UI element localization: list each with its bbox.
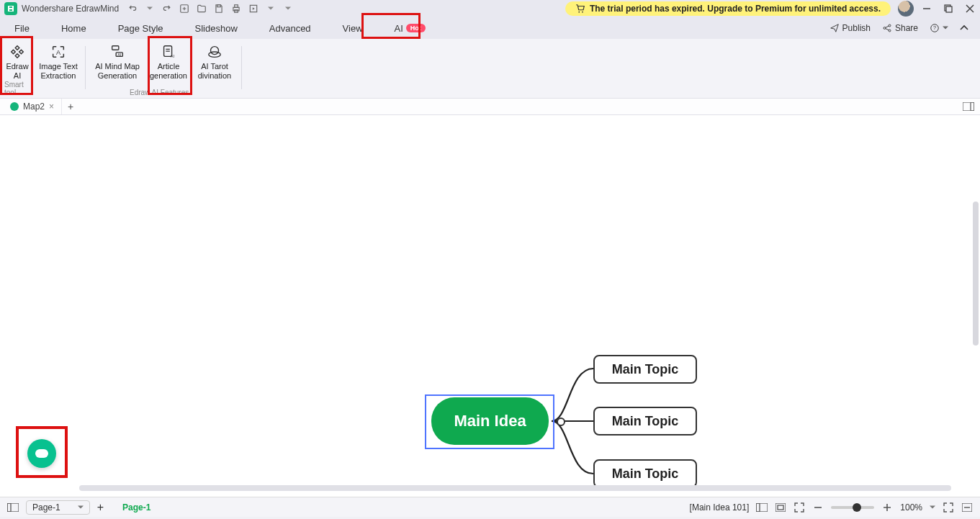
cart-icon bbox=[575, 4, 585, 14]
document-tab-label: Map2 bbox=[23, 101, 45, 112]
export-dropdown[interactable] bbox=[264, 2, 277, 15]
add-page-button[interactable]: + bbox=[97, 501, 104, 514]
root-expand-handle[interactable] bbox=[557, 418, 565, 426]
svg-rect-26 bbox=[7, 503, 11, 512]
app-title: Wondershare EdrawMind bbox=[22, 4, 119, 14]
title-bar: Wondershare EdrawMind The trial period h… bbox=[0, 0, 980, 17]
svg-rect-16 bbox=[112, 46, 119, 50]
image-text-extraction-button[interactable]: A Image TextExtraction bbox=[35, 43, 81, 81]
app-logo bbox=[4, 2, 17, 15]
map-icon bbox=[10, 102, 19, 111]
ribbon-group-label-1: Smart tool bbox=[4, 81, 35, 96]
mindmap-connectors bbox=[547, 354, 598, 488]
topic-node-2[interactable]: Main Topic bbox=[593, 407, 697, 435]
menu-advanced[interactable]: Advanced bbox=[269, 23, 311, 34]
chevron-up-icon bbox=[960, 24, 968, 32]
menu-page-style[interactable]: Page Style bbox=[118, 23, 163, 34]
horizontal-scrollbar[interactable] bbox=[79, 485, 951, 491]
menu-home[interactable]: Home bbox=[61, 23, 86, 34]
maximize-button[interactable] bbox=[943, 3, 954, 14]
svg-rect-27 bbox=[756, 503, 768, 512]
chevron-down-icon bbox=[930, 505, 935, 510]
open-button[interactable] bbox=[195, 2, 208, 15]
save-button[interactable] bbox=[212, 2, 225, 15]
new-button[interactable] bbox=[178, 2, 191, 15]
svg-rect-9 bbox=[946, 6, 952, 12]
help-button[interactable]: ? bbox=[930, 23, 948, 33]
image-text-extraction-icon: A bbox=[50, 43, 67, 60]
close-tab-button[interactable]: × bbox=[49, 101, 54, 112]
zoom-slider-knob[interactable] bbox=[853, 503, 861, 512]
svg-rect-3 bbox=[235, 5, 238, 8]
menu-bar: File Home Page Style Slideshow Advanced … bbox=[0, 17, 980, 39]
svg-rect-28 bbox=[756, 503, 760, 512]
svg-text:AI: AI bbox=[117, 53, 122, 57]
document-tab-bar: Map2 × + bbox=[0, 98, 980, 115]
minimize-panel-button[interactable] bbox=[961, 502, 973, 513]
hot-badge: Hot bbox=[406, 24, 426, 32]
view-mode-1[interactable] bbox=[756, 502, 768, 513]
ai-tarot-divination-button[interactable]: AI Tarotdivination bbox=[192, 43, 238, 81]
svg-point-6 bbox=[578, 12, 580, 13]
publish-icon bbox=[830, 23, 840, 33]
undo-dropdown[interactable] bbox=[143, 2, 156, 15]
zoom-out-button[interactable] bbox=[812, 502, 824, 513]
add-tab-button[interactable]: + bbox=[62, 101, 79, 112]
share-label: Share bbox=[895, 23, 918, 33]
page-selector[interactable]: Page-1 bbox=[26, 500, 90, 515]
topic-node-1[interactable]: Main Topic bbox=[593, 355, 697, 384]
quick-access-toolbar bbox=[126, 2, 295, 15]
menu-view[interactable]: View bbox=[343, 23, 363, 34]
ai-mindmap-icon: AI bbox=[109, 43, 126, 60]
root-node[interactable]: Main Idea bbox=[431, 397, 549, 445]
minimize-button[interactable] bbox=[921, 3, 932, 14]
close-button[interactable] bbox=[964, 3, 976, 14]
ribbon: EdrawAI Smart tool A Image TextExtractio… bbox=[0, 39, 980, 98]
menu-ai[interactable]: AI Hot bbox=[395, 23, 426, 34]
ai-mind-map-generation-button[interactable]: AI AI Mind MapGeneration bbox=[89, 43, 146, 81]
vertical-scrollbar[interactable] bbox=[973, 202, 979, 346]
svg-point-7 bbox=[582, 12, 583, 13]
redo-button[interactable] bbox=[161, 2, 174, 15]
publish-label: Publish bbox=[842, 23, 871, 33]
tarot-icon bbox=[206, 43, 223, 60]
fit-page-button[interactable] bbox=[794, 502, 805, 513]
article-generation-icon: AI bbox=[160, 43, 177, 60]
share-button[interactable]: Share bbox=[882, 23, 918, 33]
ribbon-group-label-2: Edraw AI Features bbox=[130, 89, 189, 96]
edraw-ai-icon bbox=[9, 43, 26, 60]
svg-rect-24 bbox=[971, 102, 974, 111]
outline-toggle[interactable] bbox=[7, 502, 19, 513]
article-generation-button[interactable]: AI Articlegeneration bbox=[148, 43, 189, 81]
view-mode-2[interactable] bbox=[775, 502, 786, 513]
zoom-slider[interactable] bbox=[831, 506, 874, 509]
publish-button[interactable]: Publish bbox=[830, 23, 871, 33]
panels-toggle[interactable] bbox=[963, 102, 980, 111]
chevron-down-icon bbox=[943, 25, 948, 31]
fullscreen-button[interactable] bbox=[943, 502, 954, 513]
zoom-in-button[interactable] bbox=[881, 502, 893, 513]
page-selector-label: Page-1 bbox=[32, 502, 60, 513]
menu-slideshow[interactable]: Slideshow bbox=[195, 23, 238, 34]
export-button[interactable] bbox=[247, 2, 260, 15]
svg-rect-1 bbox=[217, 5, 221, 7]
qat-more-dropdown[interactable] bbox=[282, 2, 295, 15]
collapse-ribbon-button[interactable] bbox=[960, 24, 968, 32]
menu-file[interactable]: File bbox=[14, 23, 30, 34]
svg-point-22 bbox=[211, 47, 219, 55]
canvas[interactable]: Main Idea Main Topic Main Topic Main Top… bbox=[0, 115, 980, 497]
user-avatar[interactable] bbox=[898, 1, 914, 17]
edraw-ai-button[interactable]: EdrawAI bbox=[1, 43, 33, 81]
ai-assistant-bubble[interactable] bbox=[27, 439, 56, 468]
topic-node-3[interactable]: Main Topic bbox=[593, 459, 697, 488]
trial-banner[interactable]: The trial period has expired. Upgrade to… bbox=[565, 1, 891, 16]
svg-text:AI: AI bbox=[171, 54, 175, 58]
document-tab[interactable]: Map2 × bbox=[3, 99, 62, 114]
selection-info: [Main Idea 101] bbox=[690, 502, 750, 513]
page-tab[interactable]: Page-1 bbox=[111, 502, 162, 513]
print-button[interactable] bbox=[230, 2, 243, 15]
svg-rect-25 bbox=[7, 503, 19, 512]
undo-button[interactable] bbox=[126, 2, 139, 15]
zoom-percent[interactable]: 100% bbox=[900, 502, 922, 513]
share-icon bbox=[882, 23, 892, 33]
